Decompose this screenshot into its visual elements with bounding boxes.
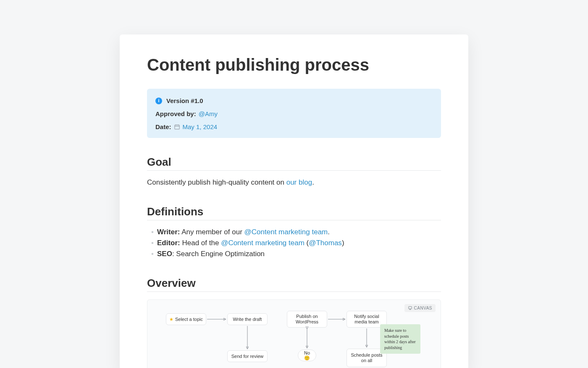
banner-version-row: i Version #1.0 — [155, 96, 433, 105]
banner-date-label: Date: — [155, 122, 171, 131]
page-title: Content publishing process — [147, 56, 441, 74]
sticky-note-text: Make sure to schedule posts within 2 day… — [384, 328, 416, 350]
definition-mention-link[interactable]: @Content marketing team — [221, 239, 304, 247]
canvas-node-label: Schedule posts on all — [349, 352, 384, 363]
definition-text: Head of the — [180, 239, 221, 247]
canvas-sticky-note[interactable]: Make sure to schedule posts within 2 day… — [380, 324, 420, 354]
definitions-list: Writer: Any member of our @Content marke… — [147, 228, 441, 258]
info-banner: i Version #1.0 Approved by: @Amy Date: M… — [147, 89, 441, 138]
definition-text: Any member of our — [180, 228, 244, 236]
canvas-icon — [408, 306, 412, 310]
canvas-node-label: Write the draft — [233, 317, 262, 322]
goal-heading: Goal — [147, 156, 441, 171]
canvas-node-label: Notify social media team — [349, 314, 384, 325]
canvas-node-write-draft[interactable]: Write the draft — [227, 313, 268, 325]
canvas-node-label: Publish on WordPress — [290, 314, 324, 325]
definition-item-editor: Editor: Head of the @Content marketing t… — [151, 239, 441, 247]
banner-approved-by-mention[interactable]: @Amy — [199, 109, 218, 118]
canvas-badge-text: CANVAS — [414, 306, 432, 310]
definition-term: SEO — [157, 250, 172, 258]
definition-text: ) — [342, 239, 344, 247]
banner-approved-label: Approved by: — [155, 109, 196, 118]
definition-item-writer: Writer: Any member of our @Content marke… — [151, 228, 441, 236]
svg-rect-4 — [408, 307, 411, 309]
definition-term: Editor: — [157, 239, 180, 247]
star-icon: ★ — [169, 317, 173, 322]
banner-date-row: Date: May 1, 2024 — [155, 122, 433, 131]
canvas-node-label: Select a topic — [175, 317, 203, 322]
definition-item-seo: SEO: Search Engine Optimization — [151, 250, 441, 258]
definition-mention-link[interactable]: @Thomas — [309, 239, 342, 247]
goal-text-after: . — [312, 178, 314, 186]
document-card: Content publishing process i Version #1.… — [120, 34, 468, 368]
definition-mention-link[interactable]: @Content marketing team — [244, 228, 328, 236]
banner-date-link[interactable]: May 1, 2024 — [183, 122, 218, 131]
goal-blog-link[interactable]: our blog — [286, 178, 312, 186]
canvas-badge: CANVAS — [404, 304, 436, 312]
definition-text: . — [328, 228, 330, 236]
overview-canvas[interactable]: CANVAS ★ Select a topic Write the draft … — [147, 299, 441, 368]
canvas-node-label: Send for review — [231, 354, 263, 359]
definition-text: : Search Engine Optimization — [172, 250, 265, 258]
canvas-node-select-topic[interactable]: ★ Select a topic — [166, 313, 206, 325]
svg-rect-0 — [174, 125, 179, 129]
definition-text: ( — [304, 239, 309, 247]
overview-heading: Overview — [147, 277, 441, 292]
goal-text: Consistently publish high-quality conten… — [147, 178, 441, 187]
canvas-node-no[interactable]: No 🙂 — [298, 349, 316, 361]
canvas-node-publish-wp[interactable]: Publish on WordPress — [287, 311, 327, 328]
info-icon: i — [155, 98, 162, 104]
calendar-icon — [174, 124, 180, 130]
canvas-node-send-review[interactable]: Send for review — [227, 350, 268, 362]
banner-version: Version #1.0 — [166, 96, 203, 105]
canvas-node-label: No 🙂 — [301, 350, 313, 361]
banner-approved-row: Approved by: @Amy — [155, 109, 433, 118]
definition-term: Writer: — [157, 228, 180, 236]
goal-text-before: Consistently publish high-quality conten… — [147, 178, 286, 186]
definitions-heading: Definitions — [147, 205, 441, 220]
